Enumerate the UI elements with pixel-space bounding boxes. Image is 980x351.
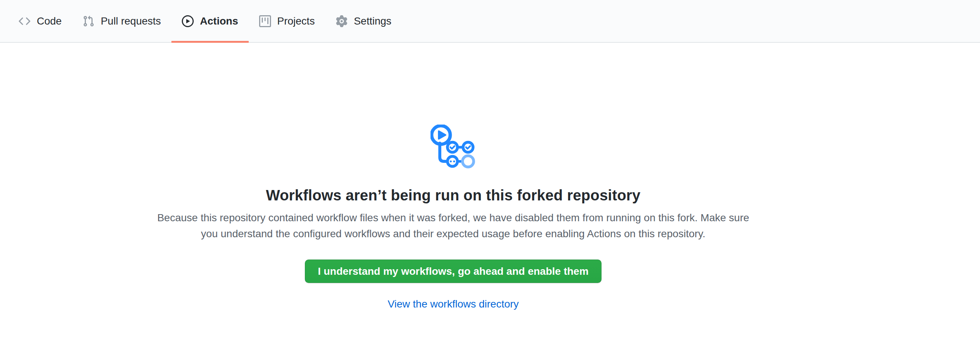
blankslate-heading: Workflows aren’t being run on this forke… [266, 187, 641, 204]
play-circle-icon [182, 15, 194, 27]
tab-pull-requests[interactable]: Pull requests [72, 0, 172, 42]
tab-settings[interactable]: Settings [325, 0, 402, 42]
tab-code-label: Code [37, 16, 62, 26]
workflow-graph-icon [431, 125, 476, 170]
git-pull-request-icon [83, 15, 94, 27]
gear-icon [336, 15, 348, 27]
tab-actions[interactable]: Actions [172, 0, 249, 42]
tab-pull-requests-label: Pull requests [101, 16, 161, 26]
repo-tab-nav: Code Pull requests Actions Projects Sett… [0, 0, 980, 43]
actions-disabled-blankslate: Workflows aren’t being run on this forke… [0, 43, 907, 310]
project-board-icon [259, 15, 271, 27]
view-workflows-directory-link[interactable]: View the workflows directory [388, 298, 519, 310]
code-icon [19, 15, 30, 27]
blankslate-description: Because this repository contained workfl… [151, 210, 756, 242]
tab-settings-label: Settings [354, 16, 391, 26]
tab-projects-label: Projects [277, 16, 315, 26]
tab-projects[interactable]: Projects [249, 0, 325, 42]
tab-actions-label: Actions [200, 16, 238, 26]
enable-workflows-button[interactable]: I understand my workflows, go ahead and … [305, 259, 601, 283]
tab-code[interactable]: Code [8, 0, 72, 42]
